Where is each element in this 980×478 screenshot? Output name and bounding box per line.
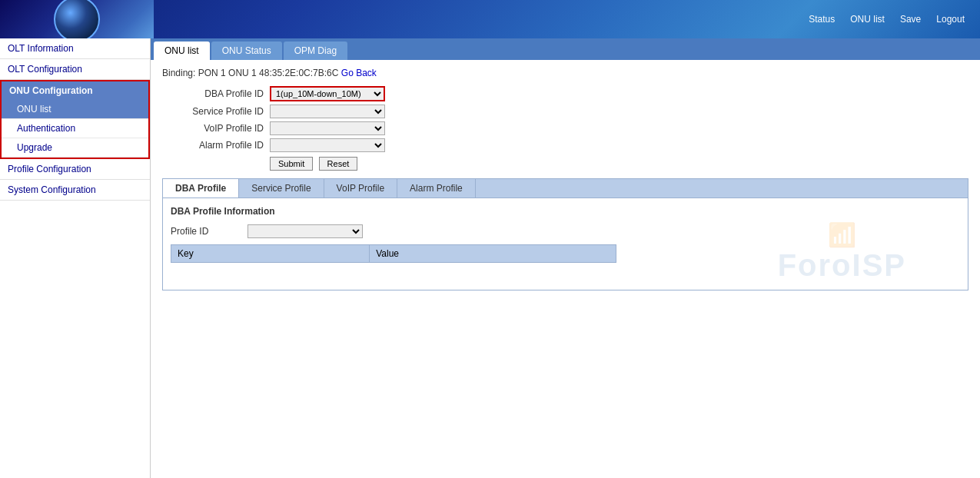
logout-link[interactable]: Logout bbox=[936, 14, 965, 25]
profile-id-label: Profile ID bbox=[171, 226, 247, 237]
table-header-value: Value bbox=[370, 245, 616, 263]
service-profile-row: Service Profile ID bbox=[162, 105, 968, 118]
profile-id-row: Profile ID bbox=[171, 224, 960, 238]
go-back-link[interactable]: Go Back bbox=[341, 68, 377, 78]
reset-button[interactable]: Reset bbox=[319, 157, 358, 171]
sidebar-subitem-upgrade[interactable]: Upgrade bbox=[2, 138, 148, 158]
profile-content: 📶 ForoISP DBA Profile Information Profil… bbox=[162, 198, 968, 290]
profile-tabs-bar: DBA Profile Service Profile VoIP Profile… bbox=[162, 178, 968, 198]
content-area: Binding: PON 1 ONU 1 48:35:2E:0C:7B:6C G… bbox=[151, 60, 980, 298]
header-nav: Status ONU list Save Logout bbox=[809, 14, 965, 25]
submit-button[interactable]: Submit bbox=[270, 157, 313, 171]
alarm-profile-label: Alarm Profile ID bbox=[162, 140, 270, 151]
save-link[interactable]: Save bbox=[900, 14, 921, 25]
binding-text: Binding: PON 1 ONU 1 48:35:2E:0C:7B:6C bbox=[162, 68, 338, 78]
watermark-text: ForoISP bbox=[778, 248, 906, 283]
onu-config-section: ONU Configuration ONU list Authenticatio… bbox=[0, 80, 150, 159]
tab-opm-diag[interactable]: OPM Diag bbox=[284, 41, 347, 60]
profile-tab-alarm[interactable]: Alarm Profile bbox=[397, 179, 476, 198]
service-profile-label: Service Profile ID bbox=[162, 106, 270, 117]
profile-tab-voip[interactable]: VoIP Profile bbox=[324, 179, 397, 198]
sidebar-item-profile-configuration[interactable]: Profile Configuration bbox=[0, 159, 150, 180]
dba-profile-row: DBA Profile ID 1(up_10M-down_10M) bbox=[162, 86, 968, 101]
tab-onu-list[interactable]: ONU list bbox=[154, 41, 210, 60]
layout: OLT Information OLT Configuration ONU Co… bbox=[0, 38, 980, 478]
alarm-profile-select[interactable] bbox=[270, 138, 385, 152]
dba-profile-select[interactable]: 1(up_10M-down_10M) bbox=[270, 86, 385, 101]
top-tabs: ONU list ONU Status OPM Diag bbox=[151, 38, 980, 60]
sidebar-item-system-configuration[interactable]: System Configuration bbox=[0, 180, 150, 201]
sidebar: OLT Information OLT Configuration ONU Co… bbox=[0, 38, 151, 478]
voip-profile-select[interactable] bbox=[270, 121, 385, 135]
sidebar-item-onu-configuration[interactable]: ONU Configuration bbox=[2, 81, 148, 100]
dba-profile-table: Key Value bbox=[171, 244, 616, 263]
main-content: ONU list ONU Status OPM Diag Binding: PO… bbox=[151, 38, 980, 478]
voip-profile-row: VoIP Profile ID bbox=[162, 121, 968, 135]
sidebar-item-olt-information[interactable]: OLT Information bbox=[0, 38, 150, 59]
header: Status ONU list Save Logout bbox=[0, 0, 980, 38]
sidebar-item-olt-configuration[interactable]: OLT Configuration bbox=[0, 59, 150, 80]
globe-icon bbox=[54, 0, 100, 38]
onu-submenu: ONU list Authentication Upgrade bbox=[2, 100, 148, 158]
sidebar-subitem-onu-list[interactable]: ONU list bbox=[2, 100, 148, 119]
voip-profile-label: VoIP Profile ID bbox=[162, 123, 270, 134]
profile-tab-service[interactable]: Service Profile bbox=[239, 179, 324, 198]
table-header-key: Key bbox=[171, 245, 370, 263]
dba-profile-label: DBA Profile ID bbox=[162, 88, 270, 99]
sidebar-subitem-authentication[interactable]: Authentication bbox=[2, 119, 148, 138]
dba-profile-info-title: DBA Profile Information bbox=[171, 206, 960, 217]
service-profile-select[interactable] bbox=[270, 105, 385, 118]
binding-info: Binding: PON 1 ONU 1 48:35:2E:0C:7B:6C G… bbox=[162, 68, 968, 78]
profile-id-select[interactable] bbox=[247, 224, 363, 238]
onu-list-link[interactable]: ONU list bbox=[850, 14, 885, 25]
profile-tab-dba[interactable]: DBA Profile bbox=[163, 179, 239, 198]
form-buttons: Submit Reset bbox=[270, 157, 968, 171]
form-section: DBA Profile ID 1(up_10M-down_10M) Servic… bbox=[162, 86, 968, 171]
alarm-profile-row: Alarm Profile ID bbox=[162, 138, 968, 152]
tab-onu-status[interactable]: ONU Status bbox=[211, 41, 282, 60]
header-banner bbox=[0, 0, 154, 38]
status-link[interactable]: Status bbox=[809, 14, 835, 25]
